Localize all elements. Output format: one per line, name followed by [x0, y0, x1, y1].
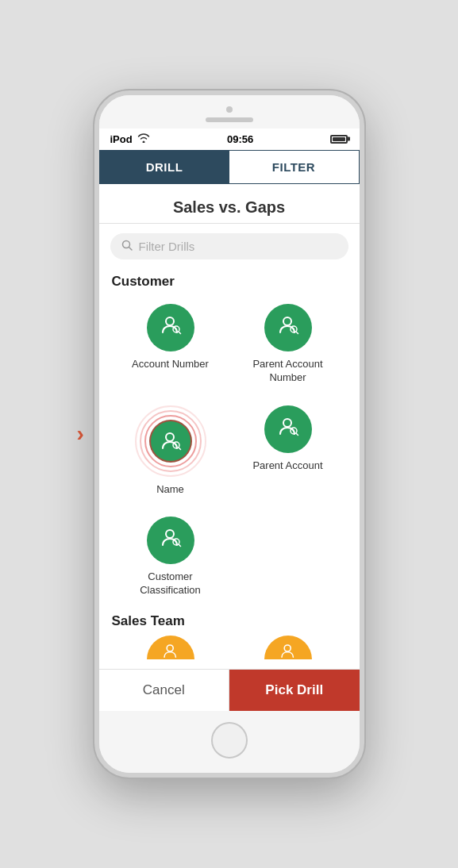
sales-team-item-2[interactable]: [229, 636, 347, 659]
page-title: Sales vs. Gaps: [99, 184, 360, 224]
wifi-icon: [137, 133, 150, 145]
svg-point-18: [284, 645, 291, 651]
screen: DRILL FILTER Sales vs. Gaps Filter Drill…: [99, 150, 360, 711]
battery-icon: [330, 135, 348, 144]
phone-top: [99, 95, 360, 129]
drill-item-parent-account-number[interactable]: Parent Account Number: [229, 298, 347, 391]
segment-control: DRILL FILTER: [99, 150, 360, 184]
person-search-icon-4: [159, 526, 183, 555]
name-drill-icon: [149, 420, 192, 463]
person-search-icon-3: [276, 415, 300, 444]
search-container: Filter Drills: [99, 224, 360, 269]
side-arrow-icon: ›: [77, 421, 84, 447]
search-placeholder: Filter Drills: [139, 240, 195, 253]
parent-account-icon: [264, 405, 312, 453]
sales-team-row: [112, 636, 347, 659]
svg-point-14: [166, 530, 174, 538]
time-display: 09:56: [227, 133, 253, 145]
person-search-icon-2: [276, 313, 300, 342]
status-bar: iPod 09:56: [99, 129, 360, 150]
parent-account-number-label: Parent Account Number: [234, 358, 342, 385]
svg-line-10: [179, 447, 181, 450]
name-icon-ripple-container: [135, 405, 206, 477]
customer-section-label: Customer: [99, 269, 360, 298]
svg-point-8: [166, 433, 174, 441]
partial-icon-1: [147, 636, 194, 659]
account-number-icon: [147, 304, 194, 351]
person-search-icon: [159, 313, 183, 342]
sales-team-section: Sales Team: [99, 609, 360, 659]
svg-point-5: [283, 317, 291, 325]
tab-filter[interactable]: FILTER: [229, 151, 359, 183]
phone-frame: iPod 09:56 DRILL FILTER: [94, 90, 364, 778]
drill-item-account-number[interactable]: Account Number: [112, 298, 229, 391]
phone-camera: [226, 106, 233, 113]
search-icon: [121, 240, 133, 253]
search-box[interactable]: Filter Drills: [110, 233, 348, 259]
partial-icon-2: [264, 636, 312, 659]
drill-item-customer-classification[interactable]: Customer Classification: [112, 510, 229, 604]
cancel-button[interactable]: Cancel: [99, 670, 230, 711]
svg-point-2: [166, 317, 174, 325]
customer-drill-grid: Account Number P: [99, 298, 360, 604]
tab-drill[interactable]: DRILL: [100, 151, 229, 183]
status-left: iPod: [110, 133, 150, 145]
carrier-label: iPod: [110, 133, 133, 145]
drill-item-parent-account[interactable]: Parent Account: [229, 399, 347, 503]
home-button[interactable]: [211, 722, 248, 759]
bottom-bar: Cancel Pick Drill: [99, 669, 360, 711]
sales-team-section-label: Sales Team: [112, 613, 347, 629]
pick-drill-button[interactable]: Pick Drill: [229, 670, 360, 711]
svg-point-17: [167, 645, 173, 651]
name-label: Name: [156, 483, 184, 497]
parent-account-number-icon: [264, 304, 312, 351]
customer-classification-icon: [147, 517, 194, 564]
parent-account-label: Parent Account: [252, 459, 322, 473]
svg-line-7: [296, 332, 298, 334]
phone-speaker: [206, 117, 253, 122]
svg-point-11: [283, 419, 291, 427]
svg-line-1: [129, 247, 132, 250]
empty-cell: [229, 510, 347, 604]
customer-classification-label: Customer Classification: [117, 570, 225, 597]
account-number-label: Account Number: [132, 358, 209, 371]
svg-line-13: [296, 433, 298, 436]
phone-bottom: [99, 711, 360, 773]
drill-item-name[interactable]: Name: [112, 399, 229, 503]
svg-line-16: [179, 544, 181, 547]
svg-line-4: [179, 332, 181, 334]
sales-team-item-1[interactable]: [112, 636, 229, 659]
